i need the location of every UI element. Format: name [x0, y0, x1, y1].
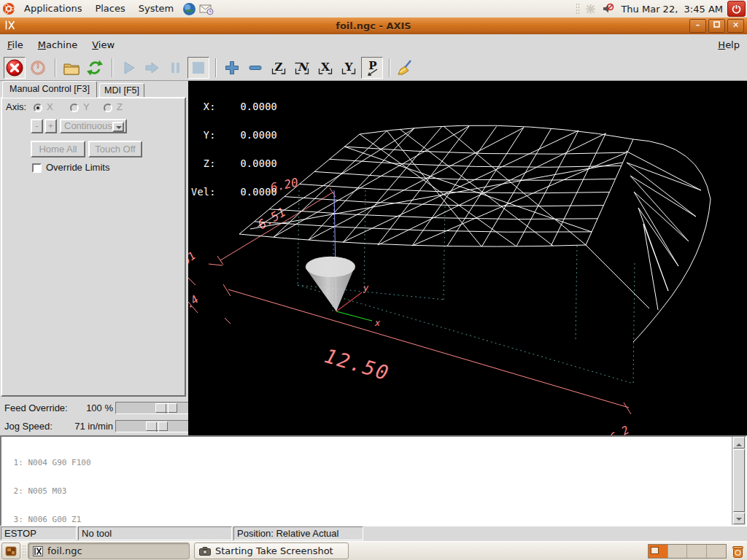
feed-override-slider[interactable]	[115, 402, 193, 414]
ubuntu-logo-icon[interactable]	[0, 0, 18, 18]
scroll-down-icon[interactable]	[733, 513, 745, 524]
feed-override-slider-handle[interactable]	[155, 403, 177, 413]
preview-3d[interactable]: X: 0.0000 Y: 0.0000 Z: 0.0000 Vel: 0.000…	[188, 81, 747, 435]
scroll-up-icon[interactable]	[733, 437, 745, 448]
titlebar[interactable]: foil.ngc - AXIS – ✕	[0, 18, 747, 35]
jog-speed-value: 71 in/min	[69, 421, 113, 432]
estop-button[interactable]	[4, 57, 26, 79]
open-file-button[interactable]	[61, 57, 82, 79]
home-all-button[interactable]: Home All	[31, 141, 85, 158]
workspace-3[interactable]	[687, 545, 707, 558]
workspace-4[interactable]	[707, 545, 726, 558]
clock[interactable]: Thu Mar 22, 3:45 AM	[616, 4, 727, 15]
machine-power-button[interactable]	[27, 57, 49, 79]
jog-minus-button[interactable]: -	[31, 119, 43, 133]
scrollbar-thumb[interactable]	[733, 449, 745, 512]
status-machine-state: ESTOP	[1, 526, 77, 540]
trash-icon	[732, 545, 744, 559]
view-front-button[interactable]: Y	[338, 57, 360, 79]
axis-radio-z[interactable]	[104, 104, 112, 112]
chevron-down-icon	[112, 122, 124, 132]
notification-icon[interactable]	[581, 0, 599, 18]
taskbar-handle[interactable]	[22, 545, 26, 558]
view-top-button[interactable]: Z	[268, 57, 290, 79]
jog-plus-button[interactable]: +	[44, 119, 57, 133]
toolbar-separator	[55, 58, 56, 77]
volume-muted-icon[interactable]	[599, 0, 616, 18]
gnome-taskbar: foil.ngc Starting Take Screenshot	[0, 541, 747, 560]
run-button[interactable]	[117, 57, 139, 79]
tab-manual-control[interactable]: Manual Control [F3]	[2, 81, 97, 98]
view-perspective-button[interactable]: P	[361, 57, 383, 79]
close-button[interactable]: ✕	[727, 19, 744, 33]
show-desktop-icon	[5, 546, 17, 556]
jog-mode-value: Continuous	[64, 120, 112, 131]
statusbar: ESTOP No tool Position: Relative Actual	[0, 526, 747, 541]
jog-speed-slider[interactable]	[115, 420, 193, 432]
gcode-listing[interactable]: 1: N004 G90 F100 2: N005 M03 3: N006 G00…	[0, 435, 747, 526]
axis-window: foil.ngc - AXIS – ✕ File Machine View He…	[0, 18, 747, 541]
minimize-button[interactable]: –	[689, 19, 706, 33]
toolbar: Z N X Y P	[0, 55, 747, 81]
step-button[interactable]	[141, 57, 163, 79]
touch-off-button[interactable]: Touch Off	[88, 141, 142, 158]
axis-radio-y[interactable]	[70, 104, 79, 112]
menu-help[interactable]: Help	[711, 35, 747, 55]
show-desktop-button[interactable]	[1, 542, 20, 559]
svg-text:N: N	[298, 61, 309, 74]
zoom-out-button[interactable]	[244, 57, 266, 79]
toolpath-wireframe	[239, 125, 711, 342]
view-top-icon: Z	[269, 58, 288, 77]
svg-text:Z: Z	[275, 61, 283, 74]
gcode-scrollbar[interactable]	[732, 437, 746, 525]
dim-clipped-bottom: 6.2	[608, 423, 631, 435]
view-front-icon: Y	[339, 58, 358, 77]
zoom-out-icon	[246, 58, 265, 77]
tray-handle[interactable]	[576, 3, 579, 15]
taskbar-button-screenshot[interactable]: Starting Take Screenshot	[194, 542, 349, 559]
clear-plot-button[interactable]	[395, 57, 417, 79]
position-readout: X: 0.0000 Y: 0.0000 Z: 0.0000 Vel: 0.000…	[191, 83, 277, 216]
override-limits-checkbox[interactable]	[32, 163, 42, 173]
workspace-1[interactable]	[649, 545, 668, 558]
menu-places[interactable]: Places	[88, 0, 131, 18]
pause-button[interactable]	[164, 57, 186, 79]
browser-icon[interactable]	[180, 0, 198, 18]
view-rotated-top-button[interactable]: N	[291, 57, 313, 79]
gcode-line[interactable]: 2: N005 M03	[9, 486, 169, 496]
view-side-button[interactable]: X	[314, 57, 336, 79]
feed-override-label: Feed Override:	[4, 402, 68, 413]
gcode-line[interactable]: 3: N006 G00 Z1	[9, 515, 169, 524]
machine-power-icon	[28, 58, 47, 77]
dro-vel: Vel: 0.0000	[191, 187, 277, 197]
svg-text:Y: Y	[344, 61, 353, 74]
logout-power-icon[interactable]	[727, 1, 746, 17]
maximize-button[interactable]	[708, 19, 725, 33]
zoom-in-icon	[222, 58, 241, 77]
stop-button[interactable]	[187, 57, 209, 79]
menu-machine[interactable]: Machine	[31, 35, 85, 55]
axis-radio-x[interactable]	[34, 104, 42, 112]
axis-icon	[33, 546, 43, 556]
workspace-2[interactable]	[668, 545, 688, 558]
jog-mode-dropdown[interactable]: Continuous	[60, 119, 127, 133]
tab-mdi[interactable]: MDI [F5]	[99, 83, 144, 98]
open-folder-icon	[62, 58, 81, 77]
estop-icon	[5, 58, 24, 77]
menu-file[interactable]: File	[0, 35, 31, 55]
zoom-in-button[interactable]	[221, 57, 243, 79]
reload-icon	[85, 58, 104, 77]
reload-button[interactable]	[84, 57, 106, 79]
menu-applications[interactable]: Applications	[18, 0, 88, 18]
menu-system[interactable]: System	[132, 0, 180, 18]
mail-icon[interactable]	[198, 0, 215, 18]
x-axis-label: x	[374, 318, 381, 328]
toolbar-separator	[112, 58, 113, 77]
view-perspective-icon: P	[363, 58, 382, 77]
menu-view[interactable]: View	[85, 35, 122, 55]
gcode-line[interactable]: 1: N004 G90 F100	[9, 458, 169, 467]
jog-speed-slider-handle[interactable]	[146, 421, 168, 431]
trash-button[interactable]	[729, 543, 746, 559]
axis-radio-x-label: X	[47, 101, 53, 112]
taskbar-button-axis[interactable]: foil.ngc	[28, 542, 190, 559]
